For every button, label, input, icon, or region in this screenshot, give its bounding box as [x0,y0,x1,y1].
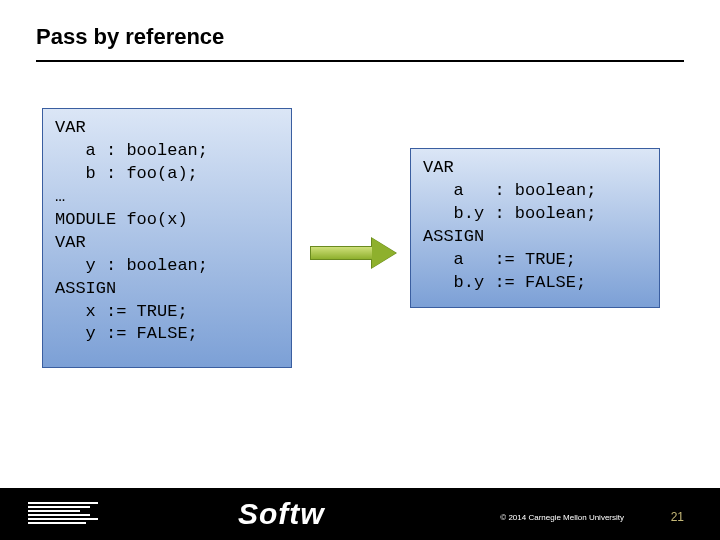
logo-stripes-icon [28,496,108,532]
brand-text: Softw [238,497,325,531]
title-divider [36,60,684,62]
page-number: 21 [671,510,684,524]
arrow-icon [310,238,400,268]
code-after: VAR a : boolean; b.y : boolean; ASSIGN a… [410,148,660,308]
slide-title: Pass by reference [36,24,224,50]
copyright-text: © 2014 Carnegie Mellon University [500,513,624,522]
code-before: VAR a : boolean; b : foo(a); … MODULE fo… [42,108,292,368]
footer-bar: Softw © 2014 Carnegie Mellon University … [0,488,720,540]
